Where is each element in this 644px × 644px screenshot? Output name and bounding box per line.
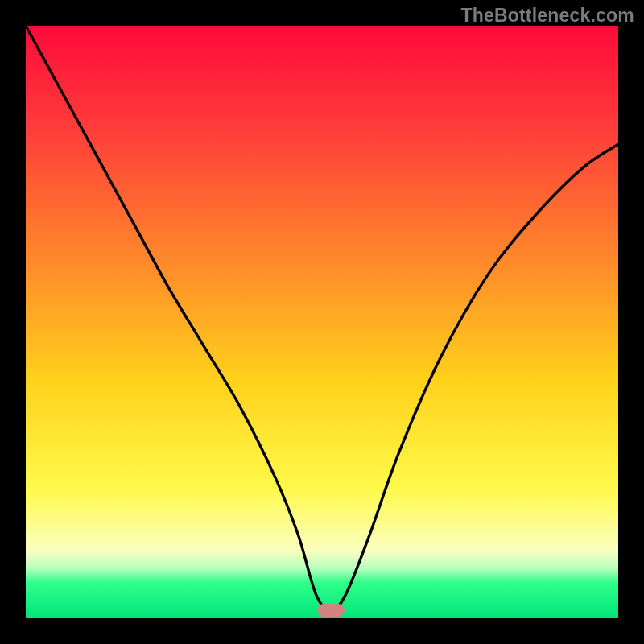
watermark-text: TheBottleneck.com	[460, 5, 634, 27]
plot-area	[26, 26, 618, 618]
bottleneck-curve	[26, 26, 618, 618]
optimal-marker	[317, 604, 345, 617]
chart-frame: TheBottleneck.com	[0, 0, 644, 644]
